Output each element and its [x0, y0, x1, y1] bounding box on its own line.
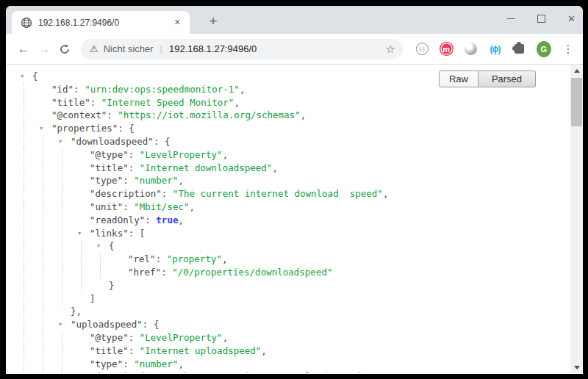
bookmark-star-icon[interactable]: ☆ — [386, 43, 395, 56]
indent-guide — [24, 305, 24, 318]
window-close-icon[interactable]: ✕ — [567, 14, 576, 24]
indent-guide — [43, 318, 43, 331]
indent-guide — [24, 331, 24, 344]
json-punctuation: : — [129, 162, 140, 173]
indent-guide — [24, 266, 24, 279]
not-secure-warning-icon[interactable]: ⚠ — [90, 44, 98, 54]
tab-close-icon[interactable]: ✕ — [171, 16, 184, 29]
json-boolean-value: true — [156, 214, 178, 225]
parsed-button[interactable]: Parsed — [478, 71, 536, 87]
json-punctuation: , — [223, 149, 229, 160]
globe-favicon-icon — [21, 17, 32, 29]
json-punctuation: , — [178, 358, 184, 369]
collapse-toggle-icon[interactable]: ▼ — [40, 123, 43, 136]
address-bar[interactable]: ⚠ Nicht sicher | 192.168.1.27:9496/0 ☆ — [81, 39, 403, 59]
json-string-value: "property" — [167, 253, 222, 264]
collapse-toggle-icon[interactable]: ▼ — [21, 71, 24, 84]
json-punctuation: : — [123, 358, 134, 369]
json-line: "description": "The current internet upl… — [6, 370, 583, 373]
json-key: "@type" — [90, 149, 129, 160]
json-line: "@context": "https://iot.mozilla.org/sch… — [6, 109, 583, 122]
scroll-up-icon[interactable] — [570, 65, 583, 76]
indent-guide — [24, 239, 24, 253]
json-punctuation: : [ — [129, 228, 146, 239]
json-key: "type" — [90, 358, 123, 369]
json-line: }, — [6, 305, 583, 318]
indent-guide — [100, 266, 101, 279]
back-icon[interactable]: ← — [13, 39, 34, 59]
address-separator: | — [160, 43, 162, 54]
indent-guide — [62, 174, 62, 187]
scrollbar-thumb[interactable] — [571, 78, 582, 126]
json-key: "id" — [51, 84, 74, 95]
json-punctuation: : — [129, 332, 140, 343]
collapse-toggle-icon[interactable]: ▼ — [78, 228, 81, 241]
indent-guide — [43, 358, 43, 371]
json-line: "href": "/0/properties/downloadspeed" — [6, 266, 583, 279]
indent-guide — [43, 239, 43, 253]
json-key: "rel" — [128, 253, 156, 264]
indent-guide — [43, 253, 43, 266]
indent-guide — [81, 253, 82, 266]
json-string-value: "Internet downloadspeed" — [140, 162, 273, 173]
indent-guide — [62, 344, 62, 358]
indent-guide — [24, 122, 24, 135]
json-key: "title" — [90, 345, 129, 356]
indent-guide — [43, 227, 43, 240]
json-punctuation: : — [74, 84, 85, 95]
raw-button[interactable]: Raw — [439, 71, 478, 87]
extension-dash-circle-icon[interactable]: (-) — [415, 42, 429, 57]
indent-guide — [24, 109, 24, 122]
browser-menu-icon[interactable]: ⋮ — [561, 42, 576, 57]
indent-guide — [24, 162, 24, 175]
forward-icon[interactable]: → — [34, 39, 54, 59]
json-punctuation: { — [32, 71, 38, 82]
json-punctuation: , — [178, 175, 184, 186]
json-line: ▼"downloadspeed": { — [6, 135, 583, 148]
json-punctuation: , — [366, 371, 372, 373]
json-punctuation: : — [107, 109, 118, 120]
json-string-value: "Internet uploadspeed" — [140, 345, 262, 356]
indent-guide — [43, 266, 43, 279]
profile-avatar[interactable]: G — [537, 42, 551, 57]
json-punctuation: : { — [143, 319, 159, 330]
collapse-toggle-icon[interactable]: ▼ — [97, 240, 100, 253]
json-key: "downloadspeed" — [71, 136, 154, 147]
json-line: "type": "number", — [6, 174, 583, 187]
json-punctuation: : { — [118, 123, 135, 134]
vertical-scrollbar[interactable] — [570, 65, 583, 373]
indent-guide — [24, 253, 24, 266]
indent-guide — [62, 279, 62, 292]
indent-guide — [43, 187, 43, 201]
json-line: "description": "The current internet dow… — [6, 187, 583, 201]
browser-tab[interactable]: 192.168.1.27:9496/0 ✕ — [12, 11, 190, 34]
json-punctuation: : { — [154, 136, 171, 147]
extensions-puzzle-icon[interactable] — [512, 42, 527, 57]
extension-blue-icon[interactable]: (ɸ) — [487, 42, 502, 57]
json-punctuation: , — [272, 162, 278, 173]
indent-guide — [24, 201, 24, 214]
collapse-toggle-icon[interactable]: ▼ — [59, 136, 62, 149]
collapse-toggle-icon[interactable]: ▼ — [59, 319, 62, 332]
json-viewer: Raw Parsed ▼{"id": "urn:dev:ops:speedmon… — [6, 65, 583, 373]
indent-guide — [43, 279, 43, 292]
json-punctuation: , — [240, 84, 245, 95]
json-string-value: "Internet Speed Monitor" — [101, 97, 234, 108]
json-key: "description" — [90, 188, 162, 199]
reload-icon[interactable] — [54, 39, 75, 59]
extension-m-icon[interactable]: m — [439, 42, 453, 57]
json-line: "@type": "LevelProperty", — [6, 148, 583, 162]
json-string-value: "number" — [134, 358, 178, 369]
url-text[interactable]: 192.168.1.27:9496/0 — [169, 43, 381, 54]
json-punctuation: : — [129, 345, 140, 356]
json-key: "properties" — [51, 123, 118, 134]
indent-guide — [62, 370, 62, 373]
json-string-value: "urn:dev:ops:speedmonitor-1" — [85, 84, 240, 95]
json-key: "uploadspeed" — [71, 319, 143, 330]
scroll-down-icon[interactable] — [570, 361, 583, 373]
maximize-icon[interactable] — [537, 15, 545, 23]
minimize-icon[interactable] — [507, 18, 515, 19]
indent-guide — [43, 148, 43, 162]
new-tab-button[interactable]: + — [203, 11, 223, 32]
extension-ball-icon[interactable] — [463, 42, 478, 57]
